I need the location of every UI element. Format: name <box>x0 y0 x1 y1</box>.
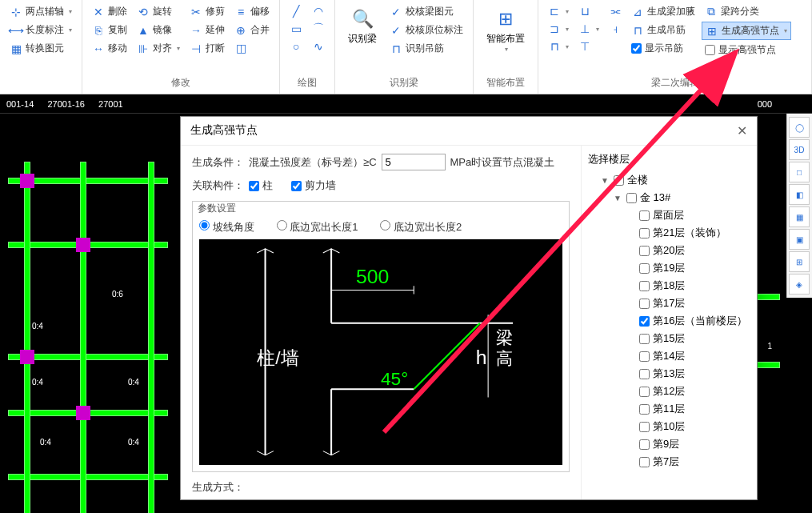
tree-root-checkbox[interactable] <box>614 175 624 186</box>
move-button[interactable]: ↔移动 <box>89 40 130 57</box>
two-point-axis-button[interactable]: ⊹两点辅轴▾ <box>6 3 75 20</box>
tree-root[interactable]: ▼ 全楼 <box>588 171 750 189</box>
bottom-len1-radio-label[interactable]: 底边宽出长度1 <box>277 220 358 234</box>
split-button[interactable]: ◫ <box>231 40 273 56</box>
shearwall-checkbox-label[interactable]: 剪力墙 <box>291 178 336 193</box>
tree-floor-checkbox[interactable] <box>639 210 650 221</box>
circle-button[interactable]: ○ <box>286 38 306 54</box>
column-checkbox-label[interactable]: 柱 <box>249 178 273 193</box>
rotate-button[interactable]: ⟲旋转 <box>134 3 183 20</box>
arc-button[interactable]: ◠ <box>309 3 328 19</box>
slope-angle-radio[interactable] <box>199 220 210 230</box>
copy-button[interactable]: ⎘复制 <box>89 22 130 38</box>
beam-icon: ⊥ <box>578 22 591 35</box>
mini-btn-8[interactable]: ⫞ <box>606 21 625 37</box>
tree-floor-item[interactable]: 屋面层 <box>588 206 750 224</box>
merge-button[interactable]: ⊕合并 <box>231 22 273 38</box>
show-high-node-checkbox[interactable] <box>705 45 715 55</box>
view-tool-3d[interactable]: 3D <box>789 139 810 160</box>
strength-diff-input[interactable] <box>382 154 446 170</box>
tree-floor-checkbox[interactable] <box>639 369 650 379</box>
tree-floor-checkbox[interactable] <box>639 334 650 344</box>
view-tool-5[interactable]: ▦ <box>789 206 810 227</box>
tree-floor-checkbox[interactable] <box>639 263 650 274</box>
tree-floor-item[interactable]: 第17层 <box>588 295 750 312</box>
show-stirrup-checkbox[interactable] <box>631 43 642 54</box>
mini-btn-1[interactable]: ⊏▾ <box>545 3 572 19</box>
mini-btn-4[interactable]: ⊔ <box>575 3 602 19</box>
mirror-button[interactable]: ▲镜像 <box>134 22 183 38</box>
tree-floor-checkbox[interactable] <box>639 299 650 309</box>
trim-button[interactable]: ✂修剪 <box>186 3 228 20</box>
view-tool-3[interactable]: □ <box>789 162 810 182</box>
show-high-node-button[interactable]: 显示高强节点 <box>702 42 791 58</box>
show-stirrup-button[interactable]: 显示吊筋 <box>628 40 698 57</box>
offset-button[interactable]: ≡偏移 <box>231 3 273 20</box>
mini-btn-2[interactable]: ⊐▾ <box>545 21 572 37</box>
bottom-len2-radio[interactable] <box>380 220 390 230</box>
view-tool-6[interactable]: ▣ <box>789 229 810 250</box>
tree-floor-checkbox[interactable] <box>639 228 650 238</box>
tree-floor-checkbox[interactable] <box>639 387 650 397</box>
tree-floor-checkbox[interactable] <box>639 351 650 362</box>
convert-elem-button[interactable]: ▦转换图元 <box>6 40 75 57</box>
tree-floor-checkbox[interactable] <box>639 281 650 291</box>
polyline-button[interactable]: ⌒ <box>309 21 328 37</box>
tree-collapse-icon[interactable]: ▼ <box>614 194 623 202</box>
bottom-len1-radio[interactable] <box>277 220 287 230</box>
check-beam-name-button[interactable]: ✓校核梁图元 <box>386 3 466 20</box>
shearwall-checkbox[interactable] <box>291 181 302 191</box>
gen-stirrup-button[interactable]: ⊓生成吊筋 <box>628 22 698 38</box>
gen-beam-haunch-button[interactable]: ⊿生成梁加腋 <box>628 3 698 20</box>
tree-collapse-icon[interactable]: ▼ <box>601 176 610 185</box>
tree-floor-item[interactable]: 第13层 <box>588 365 750 383</box>
bottom-len2-radio-label[interactable]: 底边宽出长度2 <box>380 220 462 234</box>
delete-button[interactable]: ✕删除 <box>89 3 130 20</box>
length-dim-button[interactable]: ⟷长度标注▾ <box>6 22 75 38</box>
tree-floor-item[interactable]: 第15层 <box>588 330 750 347</box>
dialog-close-button[interactable]: ✕ <box>737 123 747 138</box>
tree-floor-checkbox[interactable] <box>639 457 650 467</box>
tree-floor-checkbox[interactable] <box>639 439 650 450</box>
identify-stirrup-button[interactable]: ⊓识别吊筋 <box>386 40 466 57</box>
beam-icon: ⫞ <box>609 22 622 35</box>
mini-btn-7[interactable]: ⫘ <box>606 3 625 19</box>
tree-floor-item[interactable]: 第16层（当前楼层） <box>588 312 750 330</box>
tree-floor-checkbox[interactable] <box>639 422 650 432</box>
view-tool-8[interactable]: ◈ <box>789 274 810 295</box>
check-origin-dim-button[interactable]: ✓校核原位标注 <box>386 22 466 38</box>
gen-high-node-button[interactable]: ⊞生成高强节点▾ <box>702 22 791 40</box>
extend-button[interactable]: →延伸 <box>186 22 228 38</box>
tree-floor-checkbox[interactable] <box>639 246 650 256</box>
line-button[interactable]: ╱ <box>286 3 306 19</box>
tree-floor-item[interactable]: 第19层 <box>588 259 750 277</box>
span-class-button[interactable]: ⧉梁跨分类 <box>702 3 791 20</box>
smart-layout-button[interactable]: ⊞ 智能布置▾ <box>480 3 531 74</box>
mini-btn-3[interactable]: ⊓▾ <box>545 38 572 54</box>
tree-floor-item[interactable]: 第10层 <box>588 418 750 435</box>
align-button[interactable]: ⊪对齐▾ <box>134 40 183 57</box>
spline-button[interactable]: ∿ <box>309 38 328 54</box>
tree-floor-checkbox[interactable] <box>639 404 650 415</box>
view-tool-7[interactable]: ⊞ <box>789 251 810 272</box>
rect-button[interactable]: ▭ <box>286 21 306 37</box>
mini-btn-6[interactable]: ⊤ <box>575 38 602 54</box>
tree-floor-checkbox[interactable] <box>639 316 650 327</box>
tree-floor-item[interactable]: 第21层（装饰） <box>588 224 750 242</box>
tree-floor-item[interactable]: 第7层 <box>588 453 750 471</box>
slope-angle-radio-label[interactable]: 坡线角度 <box>199 220 254 234</box>
tree-floor-item[interactable]: 第9层 <box>588 435 750 453</box>
mini-btn-5[interactable]: ⊥▾ <box>575 21 602 37</box>
tree-floor-item[interactable]: 第11层 <box>588 400 750 418</box>
identify-beam-button[interactable]: 🔍 识别梁 <box>342 3 383 74</box>
break-button[interactable]: ⊣打断 <box>186 40 228 57</box>
tree-floor-item[interactable]: 第20层 <box>588 242 750 259</box>
tree-building[interactable]: ▼ 金 13# <box>588 189 750 206</box>
tree-floor-item[interactable]: 第18层 <box>588 277 750 295</box>
tree-floor-item[interactable]: 第12层 <box>588 383 750 400</box>
column-checkbox[interactable] <box>249 181 259 191</box>
tree-building-checkbox[interactable] <box>626 193 637 203</box>
view-tool-4[interactable]: ◧ <box>789 184 810 205</box>
tree-floor-item[interactable]: 第14层 <box>588 347 750 365</box>
view-tool-1[interactable]: ◯ <box>789 117 810 138</box>
